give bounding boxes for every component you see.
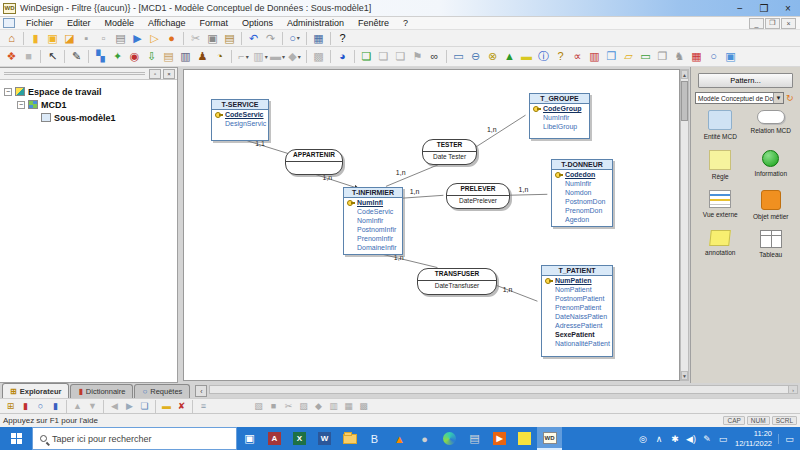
- windesign-active-icon[interactable]: WD: [537, 427, 562, 450]
- import-tool-icon[interactable]: ⇩: [143, 48, 160, 65]
- entity-t-infirmier[interactable]: T-INFIRMIERNumInfiCodeServicNomInfirPost…: [343, 187, 403, 255]
- save-icon[interactable]: ▪: [78, 31, 95, 46]
- restore-button[interactable]: ❐: [752, 1, 776, 16]
- gray-app-icon[interactable]: ●: [412, 427, 437, 450]
- align-tools-caret-icon[interactable]: ▾: [246, 54, 249, 60]
- menu-affichage[interactable]: Affichage: [141, 18, 192, 28]
- pill-tool-icon[interactable]: ▭: [637, 48, 654, 65]
- entity-t_groupe[interactable]: T_GROUPECodeGroupNumInfirLibelGroup: [529, 93, 590, 139]
- diagram-canvas[interactable]: 1,11,n1,n1,n1,n1,n1,n1,n T-SERVICECodeSe…: [183, 69, 680, 381]
- relation-tool-icon[interactable]: ⊖: [467, 48, 484, 65]
- cube-tool-icon[interactable]: ▦: [688, 48, 705, 65]
- tab-explorateur[interactable]: ⊞Explorateur: [2, 383, 69, 398]
- start-button[interactable]: [0, 427, 32, 450]
- menu-fichier[interactable]: Fichier: [19, 18, 60, 28]
- close-button[interactable]: ×: [776, 1, 800, 16]
- shape-blue-tool-icon[interactable]: ❒: [603, 48, 620, 65]
- show-label-icon[interactable]: ▬: [159, 400, 174, 413]
- notification-center-icon[interactable]: ▭: [778, 434, 800, 444]
- constraint-tool-icon[interactable]: ⊗: [484, 48, 501, 65]
- zoom-icon[interactable]: ○▾: [286, 31, 303, 46]
- menu-administration[interactable]: Administration: [280, 18, 351, 28]
- relation-link[interactable]: [380, 254, 437, 268]
- palette-item-entity[interactable]: Entité MCD: [695, 110, 746, 140]
- vertical-scrollbar[interactable]: ▲ ▼: [680, 69, 689, 381]
- admin-tool-icon[interactable]: ♟: [194, 48, 211, 65]
- relation-link[interactable]: [247, 141, 292, 155]
- navigator-tool-icon[interactable]: ◕: [334, 48, 351, 65]
- relation-tester[interactable]: TESTERDate Tester: [422, 139, 477, 165]
- meet-now-icon[interactable]: ◎: [635, 434, 651, 444]
- hierarchy-tool-icon[interactable]: ▚: [92, 48, 109, 65]
- nav-forward-icon[interactable]: ▶: [122, 400, 137, 413]
- menu-format[interactable]: Format: [192, 18, 235, 28]
- save-all-icon[interactable]: ▫: [95, 31, 112, 46]
- relation-transfuser[interactable]: TRANSFUSERDateTransfuser: [417, 268, 497, 295]
- palette-item-view[interactable]: Vue externe: [695, 190, 746, 220]
- panel-restore-button[interactable]: ▫: [149, 69, 161, 79]
- entity-t_patient[interactable]: T_PATIENTNumPatienNomPatientPostnomPatie…: [541, 265, 613, 357]
- scroll-down-icon[interactable]: ▼: [681, 371, 688, 380]
- relation-link[interactable]: [494, 284, 538, 301]
- zoom-area-tool-icon[interactable]: ○: [705, 48, 722, 65]
- binoculars-icon[interactable]: ∞: [426, 48, 443, 65]
- network-icon[interactable]: ✱: [667, 434, 683, 444]
- tree-item-espace-de-travail[interactable]: −Espace de travail: [2, 85, 175, 98]
- print-icon[interactable]: ▤: [112, 31, 129, 46]
- minimize-button[interactable]: −: [728, 1, 752, 16]
- inactive-tool-icon[interactable]: ■: [20, 48, 37, 65]
- grid-icon[interactable]: ▦: [310, 31, 327, 46]
- clipboard-tool-icon[interactable]: ▤: [160, 48, 177, 65]
- palette-item-note[interactable]: annotation: [695, 230, 746, 258]
- help-note-tool-icon[interactable]: ?: [552, 48, 569, 65]
- taskbar-clock[interactable]: 11:20 12/11/2022: [735, 429, 772, 449]
- touch-keyboard-icon[interactable]: ▭: [715, 434, 731, 444]
- model-type-dropdown[interactable]: Modèle Conceptuel de Do ▼: [695, 92, 784, 104]
- horizontal-scrollbar[interactable]: ›: [209, 385, 798, 394]
- redo-icon[interactable]: ↷: [262, 31, 279, 46]
- palette-item-relation[interactable]: Relation MCD: [746, 110, 797, 140]
- hidden-icons-chevron-icon[interactable]: ∧: [651, 434, 667, 444]
- layer-link-icon[interactable]: ❏: [375, 48, 392, 65]
- open-diagram-icon[interactable]: ❏: [137, 400, 152, 413]
- size-tools-caret-icon[interactable]: ▾: [282, 54, 285, 60]
- group-tool-icon[interactable]: ▩: [310, 48, 327, 65]
- edge-icon[interactable]: [437, 427, 462, 450]
- cut-icon[interactable]: ✂: [187, 31, 204, 46]
- panel-grip[interactable]: [4, 72, 145, 75]
- access-icon[interactable]: A: [262, 427, 287, 450]
- tree-expander-icon[interactable]: −: [4, 88, 12, 96]
- zoom-caret-icon[interactable]: ▾: [297, 35, 300, 41]
- entity-tool-icon[interactable]: ▭: [450, 48, 467, 65]
- documentation-view-icon[interactable]: ▮: [48, 400, 63, 413]
- chevron-down-icon[interactable]: ▼: [773, 93, 783, 103]
- palette-item-info[interactable]: Information: [746, 150, 797, 180]
- tree-item-sous-mod-le1[interactable]: Sous-modèle1: [2, 111, 175, 124]
- relation-link[interactable]: [473, 115, 525, 149]
- distribute-tools-caret-icon[interactable]: ▾: [265, 54, 268, 60]
- model-explorer-icon[interactable]: ❖: [3, 48, 20, 65]
- relation-link[interactable]: [386, 165, 438, 187]
- menu-options[interactable]: Options: [235, 18, 280, 28]
- help-pointer-icon[interactable]: ?: [334, 31, 351, 46]
- copy-document-icon[interactable]: ▣: [44, 31, 61, 46]
- new-document-icon[interactable]: ▮: [27, 31, 44, 46]
- move-down-icon[interactable]: ▼: [85, 400, 100, 413]
- dictionary-view-icon[interactable]: ▮: [18, 400, 33, 413]
- generate-icon[interactable]: ▷: [146, 31, 163, 46]
- word-icon[interactable]: W: [312, 427, 337, 450]
- panel-close-button[interactable]: ×: [163, 69, 175, 79]
- nav-back-icon[interactable]: ◀: [107, 400, 122, 413]
- entity-t-service[interactable]: T-SERVICECodeServicDesignServic: [211, 99, 269, 141]
- windesign-pinned-icon[interactable]: [512, 427, 537, 450]
- palette-item-rule[interactable]: Règle: [695, 150, 746, 180]
- excel-icon[interactable]: X: [287, 427, 312, 450]
- report-tool-icon[interactable]: ▥: [177, 48, 194, 65]
- layer-flag-icon[interactable]: ⚑: [409, 48, 426, 65]
- volume-icon[interactable]: ◀): [683, 434, 699, 444]
- open-folder-icon[interactable]: ◪: [61, 31, 78, 46]
- entity-t-donneur[interactable]: T-DONNEURCodedonNumInfirNomdonPostnomDon…: [551, 159, 613, 227]
- tab-requtes[interactable]: ○Requêtes: [134, 384, 190, 398]
- hide-item-icon[interactable]: ✘: [174, 400, 189, 413]
- scroll-right-icon[interactable]: ›: [788, 386, 797, 393]
